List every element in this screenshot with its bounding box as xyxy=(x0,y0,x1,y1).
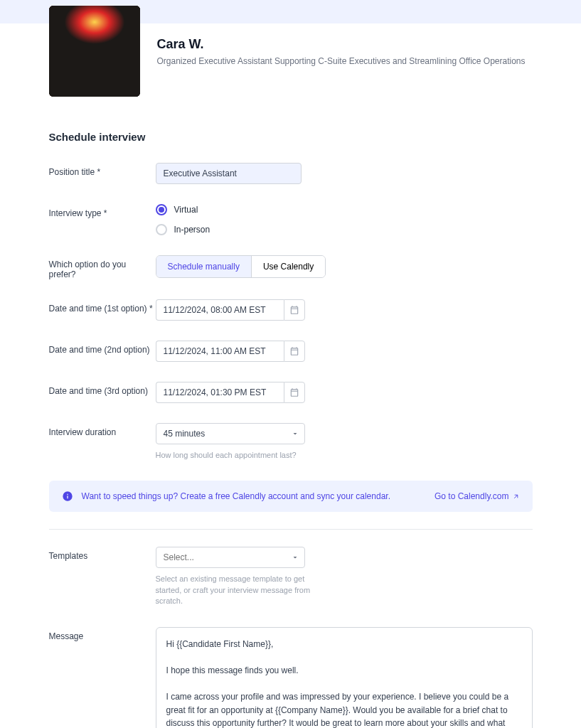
info-icon xyxy=(62,491,73,502)
radio-icon xyxy=(156,204,167,215)
profile-header: Cara W. Organized Executive Assistant Su… xyxy=(49,6,533,97)
calendar-icon xyxy=(289,346,299,356)
datetime3-picker-button[interactable] xyxy=(284,382,305,403)
datetime1-input[interactable] xyxy=(156,299,284,321)
templates-help: Select an existing message template to g… xyxy=(156,574,326,606)
datetime2-label: Date and time (2nd option) xyxy=(49,341,156,355)
scheduling-pref-label: Which option do you prefer? xyxy=(49,255,156,279)
datetime3-label: Date and time (3rd option) xyxy=(49,382,156,396)
divider xyxy=(49,529,533,530)
calendar-icon xyxy=(289,305,299,315)
page-title: Schedule interview xyxy=(49,131,533,143)
duration-select[interactable] xyxy=(156,423,305,444)
calendly-link[interactable]: Go to Calendly.com xyxy=(435,491,520,501)
radio-icon xyxy=(156,224,167,235)
datetime1-picker-button[interactable] xyxy=(284,299,305,321)
message-textarea[interactable]: Hi {{Candidate First Name}}, I hope this… xyxy=(156,628,532,728)
datetime1-label: Date and time (1st option) * xyxy=(49,299,156,314)
use-calendly-button[interactable]: Use Calendly xyxy=(252,256,325,277)
avatar xyxy=(49,6,140,97)
templates-label: Templates xyxy=(49,547,156,561)
radio-in-person[interactable]: In-person xyxy=(156,224,533,235)
external-link-icon xyxy=(512,493,520,500)
templates-select[interactable] xyxy=(156,547,305,568)
profile-tagline: Organized Executive Assistant Supporting… xyxy=(157,56,526,66)
radio-in-person-label: In-person xyxy=(174,225,210,235)
position-label: Position title * xyxy=(49,163,156,177)
datetime2-picker-button[interactable] xyxy=(284,341,305,362)
callout-text: Want to speed things up? Create a free C… xyxy=(82,491,435,501)
message-label: Message xyxy=(49,627,156,641)
radio-virtual[interactable]: Virtual xyxy=(156,204,533,215)
scheduling-segmented: Schedule manually Use Calendly xyxy=(156,255,326,278)
calendar-icon xyxy=(289,387,299,397)
datetime2-input[interactable] xyxy=(156,341,284,362)
duration-label: Interview duration xyxy=(49,423,156,437)
message-box: Hi {{Candidate First Name}}, I hope this… xyxy=(156,627,533,728)
interview-type-label: Interview type * xyxy=(49,204,156,218)
calendly-link-label: Go to Calendly.com xyxy=(435,491,509,501)
radio-virtual-label: Virtual xyxy=(174,205,198,215)
calendly-callout: Want to speed things up? Create a free C… xyxy=(49,481,533,512)
datetime3-input[interactable] xyxy=(156,382,284,403)
profile-name: Cara W. xyxy=(157,37,526,52)
position-title-input[interactable] xyxy=(156,163,302,184)
schedule-manually-button[interactable]: Schedule manually xyxy=(156,256,252,277)
duration-help: How long should each appointment last? xyxy=(156,450,326,461)
